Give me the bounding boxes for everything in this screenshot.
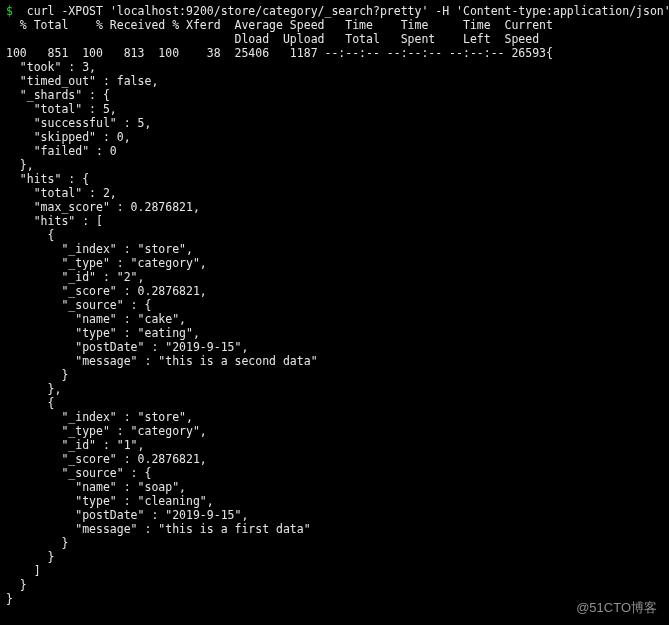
terminal-output: $ curl -XPOST 'localhost:9200/store/cate…	[0, 0, 669, 606]
curl-progress-header-2: Dload Upload Total Spent Left Speed	[6, 32, 539, 46]
curl-command: curl -XPOST 'localhost:9200/store/catego…	[27, 4, 669, 18]
curl-progress-header-1: % Total % Received % Xferd Average Speed…	[6, 18, 553, 32]
json-response-body: "took" : 3, "timed_out" : false, "_shard…	[6, 60, 318, 606]
curl-progress-row: 100 851 100 813 100 38 25406 1187 --:--:…	[6, 46, 553, 60]
shell-prompt: $	[6, 4, 13, 18]
